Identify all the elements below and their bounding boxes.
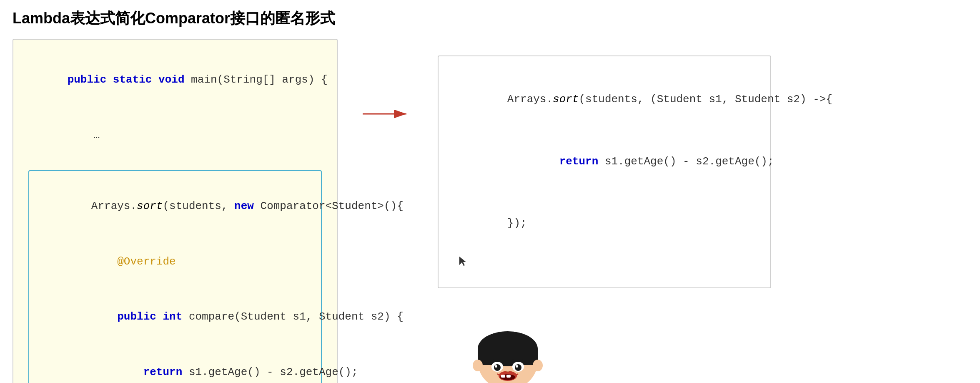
svg-point-13	[494, 364, 501, 371]
inner-highlight-box: Arrays.sort(students, new Comparator<Stu…	[28, 170, 322, 383]
svg-rect-8	[478, 363, 538, 365]
svg-point-15	[495, 365, 497, 368]
right-section: Arrays.sort(students, (Student s1, Stude…	[438, 39, 771, 383]
right-line2: return s1.getAge() - s2.getAge();	[455, 131, 754, 192]
left-code-box: public static void main(String[] args) {…	[13, 39, 338, 383]
page-title: Lambda表达式简化Comparator接口的匿名形式	[13, 8, 967, 29]
inner-line1: Arrays.sort(students, new Comparator<Stu…	[39, 179, 311, 234]
meme-area: 对！就是酱子～～ CSDN @去薯条搞点码头	[438, 301, 578, 383]
svg-marker-2	[459, 257, 466, 266]
inner-line2: @Override	[39, 234, 311, 290]
right-line3: });	[455, 192, 754, 254]
svg-point-10	[533, 360, 543, 371]
main-layout: public static void main(String[] args) {…	[13, 39, 967, 383]
svg-point-16	[516, 365, 518, 368]
meme-figure	[445, 301, 570, 383]
left-ellipsis1: …	[28, 108, 322, 163]
svg-point-9	[473, 360, 483, 371]
svg-point-14	[515, 364, 521, 371]
right-line1: Arrays.sort(students, (Student s1, Stude…	[455, 69, 754, 131]
svg-rect-7	[478, 349, 538, 363]
cursor	[459, 254, 467, 275]
arrow-container	[363, 106, 413, 122]
inner-line4: return s1.getAge() - s2.getAge();	[39, 345, 311, 383]
right-code-box: Arrays.sort(students, (Student s1, Stude…	[438, 55, 771, 288]
svg-rect-19	[501, 375, 505, 378]
inner-line3: public int compare(Student s1, Student s…	[39, 289, 311, 345]
svg-rect-20	[506, 375, 511, 378]
left-line1: public static void main(String[] args) {	[28, 52, 322, 108]
arrow-icon	[363, 106, 413, 122]
